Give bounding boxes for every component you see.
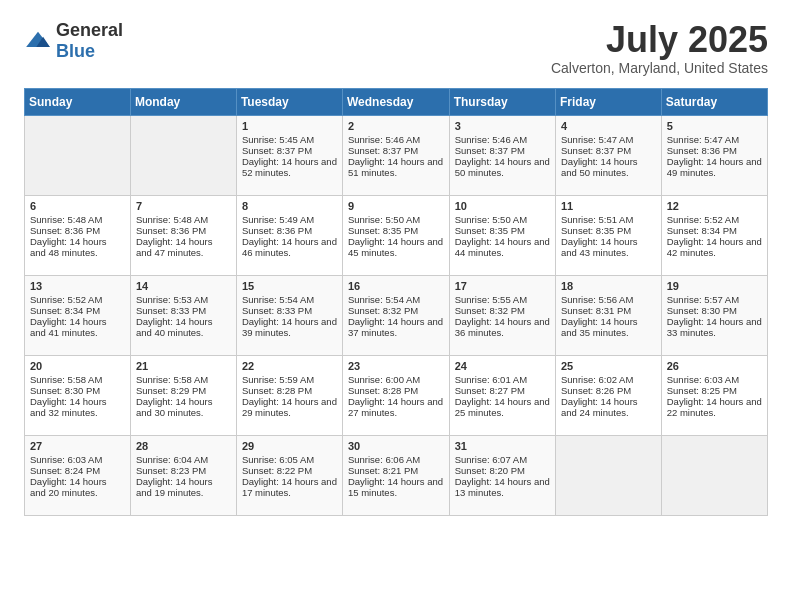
sunset-text: Sunset: 8:37 PM bbox=[561, 145, 656, 156]
sunrise-text: Sunrise: 5:58 AM bbox=[136, 374, 231, 385]
day-number: 7 bbox=[136, 200, 231, 212]
header-cell-thursday: Thursday bbox=[449, 88, 555, 115]
header-cell-wednesday: Wednesday bbox=[342, 88, 449, 115]
sunrise-text: Sunrise: 5:49 AM bbox=[242, 214, 337, 225]
day-number: 10 bbox=[455, 200, 550, 212]
day-number: 5 bbox=[667, 120, 762, 132]
sunset-text: Sunset: 8:35 PM bbox=[455, 225, 550, 236]
sunrise-text: Sunrise: 6:01 AM bbox=[455, 374, 550, 385]
calendar-cell: 31Sunrise: 6:07 AMSunset: 8:20 PMDayligh… bbox=[449, 435, 555, 515]
sunset-text: Sunset: 8:20 PM bbox=[455, 465, 550, 476]
daylight-text: Daylight: 14 hours and 30 minutes. bbox=[136, 396, 231, 418]
day-number: 28 bbox=[136, 440, 231, 452]
calendar-cell: 29Sunrise: 6:05 AMSunset: 8:22 PMDayligh… bbox=[236, 435, 342, 515]
day-number: 11 bbox=[561, 200, 656, 212]
day-number: 18 bbox=[561, 280, 656, 292]
day-number: 12 bbox=[667, 200, 762, 212]
daylight-text: Daylight: 14 hours and 20 minutes. bbox=[30, 476, 125, 498]
day-number: 9 bbox=[348, 200, 444, 212]
day-number: 19 bbox=[667, 280, 762, 292]
header-cell-tuesday: Tuesday bbox=[236, 88, 342, 115]
daylight-text: Daylight: 14 hours and 35 minutes. bbox=[561, 316, 656, 338]
logo-general: General bbox=[56, 20, 123, 40]
daylight-text: Daylight: 14 hours and 13 minutes. bbox=[455, 476, 550, 498]
calendar-cell: 21Sunrise: 5:58 AMSunset: 8:29 PMDayligh… bbox=[130, 355, 236, 435]
sunrise-text: Sunrise: 5:46 AM bbox=[455, 134, 550, 145]
calendar-cell bbox=[661, 435, 767, 515]
sunrise-text: Sunrise: 5:47 AM bbox=[667, 134, 762, 145]
calendar-cell: 12Sunrise: 5:52 AMSunset: 8:34 PMDayligh… bbox=[661, 195, 767, 275]
day-number: 25 bbox=[561, 360, 656, 372]
header-cell-sunday: Sunday bbox=[25, 88, 131, 115]
sunset-text: Sunset: 8:36 PM bbox=[667, 145, 762, 156]
sunrise-text: Sunrise: 6:04 AM bbox=[136, 454, 231, 465]
month-year-title: July 2025 bbox=[551, 20, 768, 60]
daylight-text: Daylight: 14 hours and 37 minutes. bbox=[348, 316, 444, 338]
day-number: 15 bbox=[242, 280, 337, 292]
sunset-text: Sunset: 8:33 PM bbox=[242, 305, 337, 316]
calendar-cell: 23Sunrise: 6:00 AMSunset: 8:28 PMDayligh… bbox=[342, 355, 449, 435]
sunrise-text: Sunrise: 5:54 AM bbox=[348, 294, 444, 305]
calendar-cell bbox=[130, 115, 236, 195]
sunrise-text: Sunrise: 6:05 AM bbox=[242, 454, 337, 465]
calendar-cell: 13Sunrise: 5:52 AMSunset: 8:34 PMDayligh… bbox=[25, 275, 131, 355]
day-number: 16 bbox=[348, 280, 444, 292]
week-row-5: 27Sunrise: 6:03 AMSunset: 8:24 PMDayligh… bbox=[25, 435, 768, 515]
day-number: 20 bbox=[30, 360, 125, 372]
sunrise-text: Sunrise: 5:48 AM bbox=[136, 214, 231, 225]
calendar-cell: 14Sunrise: 5:53 AMSunset: 8:33 PMDayligh… bbox=[130, 275, 236, 355]
sunrise-text: Sunrise: 5:51 AM bbox=[561, 214, 656, 225]
daylight-text: Daylight: 14 hours and 29 minutes. bbox=[242, 396, 337, 418]
calendar-cell: 4Sunrise: 5:47 AMSunset: 8:37 PMDaylight… bbox=[556, 115, 662, 195]
calendar-cell: 17Sunrise: 5:55 AMSunset: 8:32 PMDayligh… bbox=[449, 275, 555, 355]
calendar-cell: 24Sunrise: 6:01 AMSunset: 8:27 PMDayligh… bbox=[449, 355, 555, 435]
sunset-text: Sunset: 8:37 PM bbox=[348, 145, 444, 156]
sunset-text: Sunset: 8:30 PM bbox=[30, 385, 125, 396]
sunset-text: Sunset: 8:25 PM bbox=[667, 385, 762, 396]
sunrise-text: Sunrise: 6:02 AM bbox=[561, 374, 656, 385]
daylight-text: Daylight: 14 hours and 41 minutes. bbox=[30, 316, 125, 338]
sunrise-text: Sunrise: 5:50 AM bbox=[348, 214, 444, 225]
daylight-text: Daylight: 14 hours and 40 minutes. bbox=[136, 316, 231, 338]
sunset-text: Sunset: 8:21 PM bbox=[348, 465, 444, 476]
sunrise-text: Sunrise: 5:52 AM bbox=[30, 294, 125, 305]
daylight-text: Daylight: 14 hours and 25 minutes. bbox=[455, 396, 550, 418]
day-number: 6 bbox=[30, 200, 125, 212]
sunset-text: Sunset: 8:30 PM bbox=[667, 305, 762, 316]
calendar-header: SundayMondayTuesdayWednesdayThursdayFrid… bbox=[25, 88, 768, 115]
calendar-cell: 30Sunrise: 6:06 AMSunset: 8:21 PMDayligh… bbox=[342, 435, 449, 515]
header-cell-friday: Friday bbox=[556, 88, 662, 115]
sunset-text: Sunset: 8:34 PM bbox=[667, 225, 762, 236]
sunrise-text: Sunrise: 6:03 AM bbox=[30, 454, 125, 465]
sunrise-text: Sunrise: 5:56 AM bbox=[561, 294, 656, 305]
day-number: 29 bbox=[242, 440, 337, 452]
sunrise-text: Sunrise: 5:58 AM bbox=[30, 374, 125, 385]
sunrise-text: Sunrise: 5:54 AM bbox=[242, 294, 337, 305]
day-number: 21 bbox=[136, 360, 231, 372]
calendar-cell: 20Sunrise: 5:58 AMSunset: 8:30 PMDayligh… bbox=[25, 355, 131, 435]
calendar-body: 1Sunrise: 5:45 AMSunset: 8:37 PMDaylight… bbox=[25, 115, 768, 515]
daylight-text: Daylight: 14 hours and 48 minutes. bbox=[30, 236, 125, 258]
sunset-text: Sunset: 8:36 PM bbox=[30, 225, 125, 236]
calendar-cell: 22Sunrise: 5:59 AMSunset: 8:28 PMDayligh… bbox=[236, 355, 342, 435]
day-number: 4 bbox=[561, 120, 656, 132]
sunset-text: Sunset: 8:34 PM bbox=[30, 305, 125, 316]
sunset-text: Sunset: 8:37 PM bbox=[242, 145, 337, 156]
sunset-text: Sunset: 8:27 PM bbox=[455, 385, 550, 396]
calendar-cell: 19Sunrise: 5:57 AMSunset: 8:30 PMDayligh… bbox=[661, 275, 767, 355]
calendar-cell: 27Sunrise: 6:03 AMSunset: 8:24 PMDayligh… bbox=[25, 435, 131, 515]
daylight-text: Daylight: 14 hours and 50 minutes. bbox=[455, 156, 550, 178]
daylight-text: Daylight: 14 hours and 42 minutes. bbox=[667, 236, 762, 258]
sunset-text: Sunset: 8:23 PM bbox=[136, 465, 231, 476]
daylight-text: Daylight: 14 hours and 15 minutes. bbox=[348, 476, 444, 498]
sunset-text: Sunset: 8:29 PM bbox=[136, 385, 231, 396]
calendar-cell: 25Sunrise: 6:02 AMSunset: 8:26 PMDayligh… bbox=[556, 355, 662, 435]
sunrise-text: Sunrise: 6:03 AM bbox=[667, 374, 762, 385]
daylight-text: Daylight: 14 hours and 33 minutes. bbox=[667, 316, 762, 338]
daylight-text: Daylight: 14 hours and 27 minutes. bbox=[348, 396, 444, 418]
daylight-text: Daylight: 14 hours and 50 minutes. bbox=[561, 156, 656, 178]
week-row-2: 6Sunrise: 5:48 AMSunset: 8:36 PMDaylight… bbox=[25, 195, 768, 275]
sunset-text: Sunset: 8:26 PM bbox=[561, 385, 656, 396]
calendar-cell bbox=[25, 115, 131, 195]
daylight-text: Daylight: 14 hours and 47 minutes. bbox=[136, 236, 231, 258]
